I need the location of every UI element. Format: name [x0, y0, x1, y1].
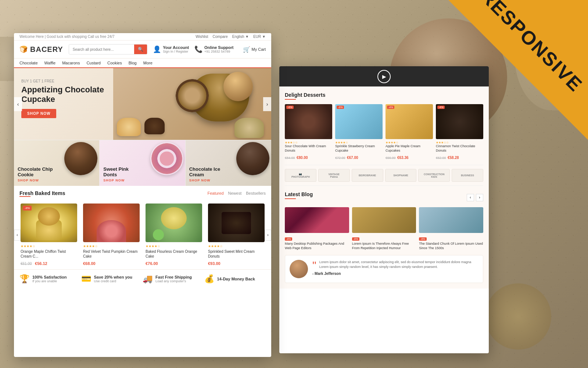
- testimonial-author: - Mark Jefferson: [312, 272, 478, 276]
- blog-badge-2: -6%: [352, 237, 359, 241]
- product-stars-2: ★★★★☆: [83, 244, 140, 248]
- product-badge-1: -8%: [23, 206, 32, 210]
- products-grid: -8% ★★★★☆ Orange Maple Chiffon Twist Cre…: [14, 201, 271, 269]
- wishlist-link[interactable]: Wishlist: [196, 35, 208, 39]
- nav-macarons[interactable]: Macarons: [62, 61, 80, 65]
- play-button[interactable]: ▶: [377, 70, 391, 83]
- product-name-3: Baked Flourless Cream Orange Cake: [146, 249, 202, 259]
- account-section[interactable]: 👤 Your Account Sign In / Register: [153, 45, 189, 53]
- hero-image: [113, 68, 271, 140]
- compare-link[interactable]: Compare: [213, 35, 228, 39]
- banners-row: Chocolate ChipCookie SHOP NOW Sweet Pink…: [14, 140, 271, 186]
- logo-text: BACERY: [30, 45, 63, 54]
- dessert-stars-1: ★★★☆☆: [285, 141, 332, 144]
- badge-shipping: 🚚 Fast Free Shipping Load any computer's: [143, 274, 204, 284]
- small-chocolate-muffin: [144, 118, 165, 134]
- latest-blog-section: Latest Blog ‹ › -8% Many Desktop Publish…: [285, 191, 483, 250]
- blog-post-title-2: Lorem Ipsum Is Therefore Always Free Fro…: [352, 242, 416, 250]
- badge-save: 💳 Save 20% when you Use credit card: [81, 274, 143, 284]
- banner-1-shop-link[interactable]: SHOP NOW: [18, 178, 53, 182]
- product-stars-4: ★★★★☆: [208, 244, 265, 248]
- product-image-4: [208, 204, 265, 242]
- cart-label: My Cart: [252, 47, 266, 52]
- product-stars-3: ★★★★☆: [146, 244, 202, 248]
- brand-logo-3: BEIROBRANE: [352, 169, 383, 182]
- welcome-text: Welcome Here | Good luck with shopping C…: [19, 35, 115, 39]
- nav-cookies[interactable]: Cookies: [107, 61, 122, 65]
- banner-3-shop-link[interactable]: SHOP NOW: [189, 178, 220, 182]
- blog-next-button[interactable]: ›: [476, 194, 483, 201]
- dessert-image-2: [335, 104, 383, 139]
- nav-chocolate[interactable]: Chocolate: [19, 61, 38, 65]
- products-next-button[interactable]: ›: [265, 230, 271, 241]
- dessert-image-3: [386, 104, 433, 139]
- product-card-2: ★★★★☆ Red Velvet Twist Pumpkin Cream Cak…: [80, 201, 143, 269]
- badge-satisfaction: 🏆 100% Satisfaction If you are unable: [19, 274, 81, 284]
- top-bar-links: Wishlist Compare English ▼ EUR ▼: [196, 35, 266, 39]
- dessert-stars-4: ★★★☆☆: [436, 141, 483, 144]
- nav-more[interactable]: More: [143, 61, 153, 65]
- left-browser-window: Welcome Here | Good luck with shopping C…: [14, 33, 271, 357]
- slider-prev-button[interactable]: ‹: [14, 97, 22, 111]
- brands-row: 📷PHOTOGRAPH VINTAGEPatina BEIROBRANE SHO…: [285, 165, 483, 186]
- brand-logo-6: BUSINESS: [452, 169, 483, 182]
- support-section: 📞 Online Support +91 25832 54789: [194, 45, 233, 53]
- tab-featured[interactable]: Featured: [207, 191, 223, 195]
- blog-prev-button[interactable]: ‹: [467, 194, 474, 201]
- price-new-3: €76.00: [146, 261, 158, 266]
- search-input[interactable]: [69, 45, 134, 54]
- products-prev-button[interactable]: ‹: [14, 230, 21, 241]
- banner-2-title: Sweet PinkDonts: [103, 166, 129, 177]
- brand-logo-4: SHOPNAME: [385, 169, 417, 182]
- dessert-name-4: Cinnamon Twist Chocolate Donuts: [436, 144, 483, 153]
- dessert-old-price-4: €62.00: [436, 156, 446, 160]
- product-name-4: Sprinkled Sweet Mint Cream Donuts: [208, 249, 265, 259]
- cart-section[interactable]: 🛒 My Cart: [243, 46, 266, 53]
- tab-bestsellers[interactable]: Bestsellers: [246, 191, 266, 195]
- product-card-3: ★★★★☆ Baked Flourless Cream Orange Cake …: [143, 201, 205, 269]
- banner-3-title: Chocolate IceCream: [189, 166, 220, 177]
- search-button[interactable]: 🔍: [134, 45, 147, 54]
- dessert-name-1: Sour Chocolate With Cream Donuts: [285, 144, 332, 153]
- dessert-price-4: €62.00 €58.28: [436, 154, 483, 160]
- small-cupcake: [117, 118, 141, 136]
- hero-title: Appetizing ChocolateCupcake: [21, 85, 104, 105]
- dessert-badge-4: -4%: [437, 106, 445, 109]
- dessert-price-1: €84.00 €80.00: [285, 154, 332, 160]
- product-card-4: ★★★★☆ Sprinkled Sweet Mint Cream Donuts …: [205, 201, 268, 269]
- nav-waffle[interactable]: Waffle: [44, 61, 56, 65]
- logo[interactable]: 🍞 BACERY: [19, 45, 63, 54]
- shop-now-button[interactable]: SHOP NOW: [21, 109, 56, 118]
- shipping-icon: 🚚: [143, 274, 153, 284]
- tab-newest[interactable]: Newest: [228, 191, 242, 195]
- product-image-3: [146, 204, 202, 242]
- fresh-baked-divider: [14, 196, 271, 197]
- banner-2-shop-link[interactable]: SHOP NOW: [103, 178, 129, 182]
- product-stars-1: ★★★★☆: [21, 244, 77, 248]
- badge-moneyback-title: 14-Day Money Back: [217, 277, 255, 281]
- testimonial: " Lorem ipsum dolor sit amet, consectetu…: [285, 255, 483, 283]
- dessert-image-4: [436, 104, 483, 139]
- blog-badge-3: -6%: [419, 237, 426, 241]
- save-icon: 💳: [81, 274, 91, 284]
- banner-1-title: Chocolate ChipCookie: [18, 166, 53, 177]
- slider-next-button[interactable]: ›: [263, 97, 271, 111]
- dessert-new-price-1: €80.00: [297, 156, 308, 160]
- divider-line: [19, 196, 31, 197]
- account-sub: Sign In / Register: [163, 50, 189, 53]
- banner-1-image: [64, 142, 97, 175]
- nav-blog[interactable]: Blog: [129, 61, 137, 65]
- language-select[interactable]: English ▼: [232, 35, 249, 39]
- product-price-2: €68.00: [83, 260, 140, 266]
- fresh-baked-title: Fresh Baked Items: [19, 190, 65, 196]
- nav-custard[interactable]: Custard: [86, 61, 101, 65]
- currency-select[interactable]: EUR ▼: [253, 35, 266, 39]
- brand-logo-2: VINTAGEPatina: [318, 169, 350, 182]
- banner-donuts: Sweet PinkDonts SHOP NOW: [100, 140, 185, 186]
- right-header-bar: ▶: [279, 66, 489, 86]
- blog-header: Latest Blog ‹ ›: [285, 191, 483, 204]
- price-new-4: €93.00: [208, 261, 220, 266]
- dessert-badge-3: -4%: [387, 106, 394, 109]
- cart-icon: 🛒: [243, 46, 250, 53]
- product-price-4: €93.00: [208, 260, 265, 266]
